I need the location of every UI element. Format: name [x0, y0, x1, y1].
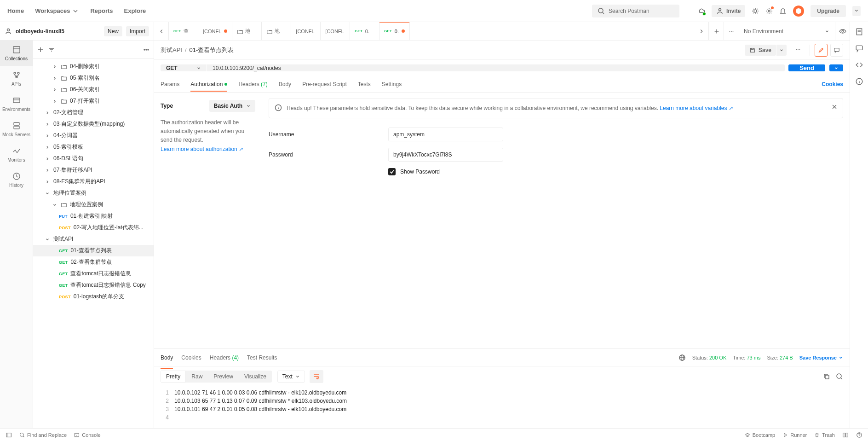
- tree-folder[interactable]: 08-ES集群常用的API: [33, 176, 154, 187]
- tree-request[interactable]: GET查看tomcat日志报错信息: [33, 268, 154, 279]
- tree-request[interactable]: GET查看tomcat日志报错信息 Copy: [33, 279, 154, 291]
- variables-learn-link[interactable]: Learn more about variables ↗: [660, 105, 733, 111]
- docs-icon[interactable]: [855, 28, 863, 36]
- tree-folder[interactable]: 05-索引模板: [33, 141, 154, 153]
- global-search[interactable]: Search Postman: [592, 5, 679, 17]
- format-select[interactable]: Text: [277, 371, 305, 383]
- view-pretty[interactable]: Pretty: [161, 371, 186, 383]
- save-button[interactable]: Save: [745, 45, 776, 56]
- tree-folder[interactable]: 07-集群迁移API: [33, 164, 154, 176]
- tab-params[interactable]: Params: [161, 77, 179, 91]
- workspace-name[interactable]: oldboyedu-linux85: [16, 28, 64, 35]
- tree-folder[interactable]: 07-打开索引: [33, 95, 154, 107]
- code-icon[interactable]: [855, 61, 863, 69]
- resp-tab-headers[interactable]: Headers (4): [210, 351, 239, 365]
- request-tab[interactable]: [CONFL: [291, 22, 321, 40]
- wrap-lines-button[interactable]: [310, 370, 323, 383]
- request-tab[interactable]: [CONFL: [198, 22, 232, 40]
- trash[interactable]: Trash: [814, 432, 835, 438]
- response-body[interactable]: 110.0.0.102 71 46 1 0.00 0.03 0.06 cdfhi…: [154, 387, 850, 428]
- tree-folder[interactable]: 地理位置案例: [33, 187, 154, 199]
- tree-folder[interactable]: 06-关闭索引: [33, 84, 154, 95]
- resp-tab-cookies[interactable]: Cookies: [181, 351, 201, 365]
- request-tab[interactable]: [CONFL: [321, 22, 350, 40]
- tab-tests[interactable]: Tests: [358, 77, 371, 91]
- upgrade-menu[interactable]: [852, 6, 861, 16]
- rail-apis[interactable]: APIs: [0, 66, 33, 91]
- resp-tab-tests[interactable]: Test Results: [247, 351, 277, 365]
- rail-monitors[interactable]: Monitors: [0, 142, 33, 167]
- tree-request[interactable]: POST01-logstash的单分支: [33, 291, 154, 302]
- filter-icon[interactable]: [48, 46, 55, 53]
- password-input[interactable]: by9j4WkXTocxc7Gl7l8S: [388, 148, 503, 162]
- notifications-icon[interactable]: [779, 7, 787, 15]
- add-icon[interactable]: [37, 46, 44, 53]
- nav-explore[interactable]: Explore: [124, 7, 146, 15]
- tab-prev[interactable]: [154, 22, 169, 40]
- view-preview[interactable]: Preview: [208, 371, 239, 383]
- edit-icon[interactable]: [815, 44, 828, 57]
- tab-headers[interactable]: Headers (7): [238, 77, 267, 91]
- tab-authorization[interactable]: Authorization: [190, 77, 227, 91]
- nav-home[interactable]: Home: [7, 7, 24, 15]
- url-input[interactable]: 10.0.0.101:9200/_cat/nodes: [207, 64, 785, 71]
- cookies-link[interactable]: Cookies: [822, 77, 843, 91]
- request-tab[interactable]: GET0.: [379, 22, 410, 40]
- tab-settings[interactable]: Settings: [382, 77, 402, 91]
- environment-selector[interactable]: No Environment: [738, 22, 835, 40]
- info2-icon[interactable]: [855, 77, 863, 86]
- nav-workspaces[interactable]: Workspaces: [35, 7, 79, 15]
- view-visualize[interactable]: Visualize: [239, 371, 272, 383]
- auth-type-select[interactable]: Basic Auth: [209, 100, 255, 112]
- globe-icon[interactable]: [678, 354, 686, 361]
- tab-body[interactable]: Body: [279, 77, 291, 91]
- tree-request[interactable]: POST02-写入地理位置-lat代表纬...: [33, 222, 154, 233]
- runner[interactable]: Runner: [782, 432, 807, 438]
- tab-prerequest[interactable]: Pre-request Script: [302, 77, 347, 91]
- capture-icon[interactable]: [752, 7, 759, 15]
- rail-collections[interactable]: Collections: [0, 41, 33, 66]
- sync-icon[interactable]: [698, 7, 705, 15]
- copy-icon[interactable]: [823, 373, 830, 380]
- settings-icon[interactable]: [765, 7, 773, 15]
- tree-folder[interactable]: 06-DSL语句: [33, 153, 154, 164]
- close-icon[interactable]: [831, 103, 838, 110]
- search-response-icon[interactable]: [836, 373, 843, 380]
- save-response-button[interactable]: Save Response: [799, 355, 843, 360]
- tree-folder[interactable]: 03-自定义数据类型(mapping): [33, 118, 154, 130]
- save-menu[interactable]: [776, 45, 787, 56]
- rail-environments[interactable]: Environments: [0, 91, 33, 116]
- avatar[interactable]: [793, 6, 804, 17]
- username-input[interactable]: apm_system: [388, 128, 503, 141]
- breadcrumb-parent[interactable]: 测试API: [161, 46, 182, 53]
- tree-request[interactable]: GET01-查看节点列表: [33, 245, 154, 256]
- comments-icon[interactable]: [855, 44, 863, 52]
- find-replace[interactable]: Find and Replace: [19, 432, 67, 438]
- tree-folder[interactable]: 05-索引别名: [33, 72, 154, 84]
- comment-icon[interactable]: [830, 44, 843, 57]
- help-icon[interactable]: [856, 432, 862, 438]
- nav-reports[interactable]: Reports: [90, 7, 113, 15]
- send-button[interactable]: Send: [788, 64, 825, 71]
- tab-next[interactable]: [694, 22, 709, 40]
- console-toggle[interactable]: Console: [74, 432, 100, 438]
- request-tab[interactable]: GET0.: [350, 22, 379, 40]
- invite-button[interactable]: Invite: [712, 5, 745, 17]
- view-raw[interactable]: Raw: [186, 371, 208, 383]
- bootcamp[interactable]: Bootcamp: [745, 432, 776, 438]
- tree-folder[interactable]: 测试API: [33, 233, 154, 245]
- show-password-checkbox[interactable]: [388, 168, 396, 175]
- two-pane[interactable]: [842, 432, 849, 438]
- request-tab[interactable]: 地: [262, 22, 291, 40]
- env-quick-look[interactable]: [835, 22, 850, 40]
- request-tab[interactable]: GET查: [169, 22, 198, 40]
- import-button[interactable]: Import: [126, 26, 149, 36]
- tree-request[interactable]: PUT01-创建索引|映射: [33, 210, 154, 222]
- method-select[interactable]: GET: [161, 64, 207, 71]
- more-actions[interactable]: [791, 46, 805, 54]
- tree-folder[interactable]: 02-文档管理: [33, 107, 154, 118]
- new-button[interactable]: New: [104, 26, 122, 36]
- more-icon[interactable]: [143, 46, 150, 53]
- request-tab[interactable]: 地: [232, 22, 262, 40]
- tab-options[interactable]: [724, 22, 738, 40]
